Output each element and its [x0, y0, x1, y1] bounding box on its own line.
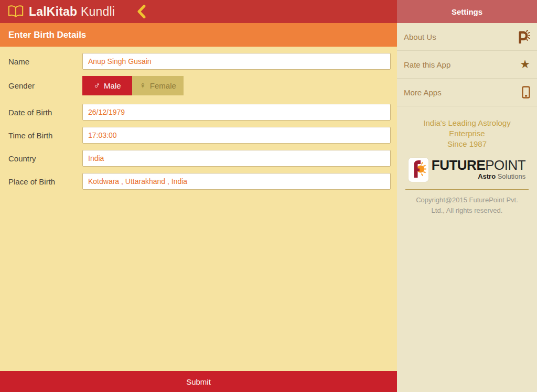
sidebar-title: Settings: [452, 7, 482, 16]
book-icon: [7, 4, 24, 19]
gender-female-button[interactable]: ♀ Female: [132, 76, 184, 95]
chevron-left-icon: [137, 5, 146, 18]
country-input[interactable]: [82, 150, 391, 167]
sidebar-item-more-apps[interactable]: More Apps: [397, 79, 537, 106]
promo-line2: Since 1987: [407, 139, 527, 149]
country-label: Country: [8, 154, 82, 163]
sidebar-item-about-us[interactable]: About Us: [397, 23, 537, 51]
gender-row: Gender ♂ Male ♀ Female: [8, 76, 391, 95]
gender-male-label: Male: [104, 81, 121, 90]
sidebar-item-label: More Apps: [404, 88, 442, 97]
tob-label: Time of Birth: [8, 131, 82, 140]
app-title-bold: LalKitab: [29, 5, 77, 18]
submit-button[interactable]: Submit: [0, 371, 397, 392]
submit-label: Submit: [186, 377, 211, 386]
tob-row: Time of Birth: [8, 127, 391, 144]
page-title: Enter Birth Details: [8, 30, 86, 40]
dob-input[interactable]: [82, 104, 391, 121]
futurepoint-wordmark: FUTUREPOINT Astro Solutions: [432, 158, 525, 180]
brand-name: FUTUREPOINT: [432, 158, 525, 172]
gender-male-button[interactable]: ♂ Male: [82, 76, 132, 95]
gender-toggle: ♂ Male ♀ Female: [82, 76, 184, 95]
country-row: Country: [8, 150, 391, 167]
name-input[interactable]: [82, 53, 391, 70]
name-row: Name: [8, 53, 391, 70]
dob-label: Date of Birth: [8, 108, 82, 117]
promo-line1: India's Leading Astrology Enterprise: [407, 118, 527, 139]
birth-details-form: Name Gender ♂ Male ♀ Female Date of: [0, 47, 397, 371]
futurepoint-logo-icon: [516, 30, 530, 44]
promo-text: India's Leading Astrology Enterprise Sin…: [397, 106, 537, 149]
tob-input[interactable]: [82, 127, 391, 144]
brand-tagline: Astro Solutions: [478, 172, 525, 180]
back-button[interactable]: [137, 5, 146, 18]
male-icon: ♂: [93, 81, 100, 91]
place-label: Place of Birth: [8, 177, 82, 186]
futurepoint-emblem-icon: [409, 158, 428, 182]
page-banner: Enter Birth Details: [0, 23, 397, 47]
female-icon: ♀: [139, 81, 146, 91]
app-title: LalKitab Kundli: [29, 5, 115, 19]
gender-female-label: Female: [150, 81, 176, 90]
place-input[interactable]: [82, 173, 391, 190]
main-column: LalKitab Kundli Enter Birth Details Name…: [0, 0, 397, 392]
futurepoint-brand: FUTUREPOINT Astro Solutions: [397, 158, 537, 182]
app-root: LalKitab Kundli Enter Birth Details Name…: [0, 0, 537, 392]
phone-icon: [522, 86, 530, 99]
copyright-text: Copyright@2015 FuturePoint Pvt. Ltd., Al…: [397, 190, 537, 216]
sidebar-item-label: Rate this App: [404, 60, 450, 69]
sidebar-item-label: About Us: [404, 32, 436, 41]
gender-label: Gender: [8, 81, 82, 90]
star-icon: ★: [520, 59, 530, 70]
app-title-light: Kundli: [81, 5, 115, 18]
place-row: Place of Birth: [8, 173, 391, 190]
sidebar-header: Settings: [397, 0, 537, 23]
sidebar-item-rate-app[interactable]: Rate this App ★: [397, 51, 537, 79]
dob-row: Date of Birth: [8, 104, 391, 121]
name-label: Name: [8, 57, 82, 66]
app-header: LalKitab Kundli: [0, 0, 397, 23]
settings-sidebar: Settings About Us Rate this App: [397, 0, 537, 392]
